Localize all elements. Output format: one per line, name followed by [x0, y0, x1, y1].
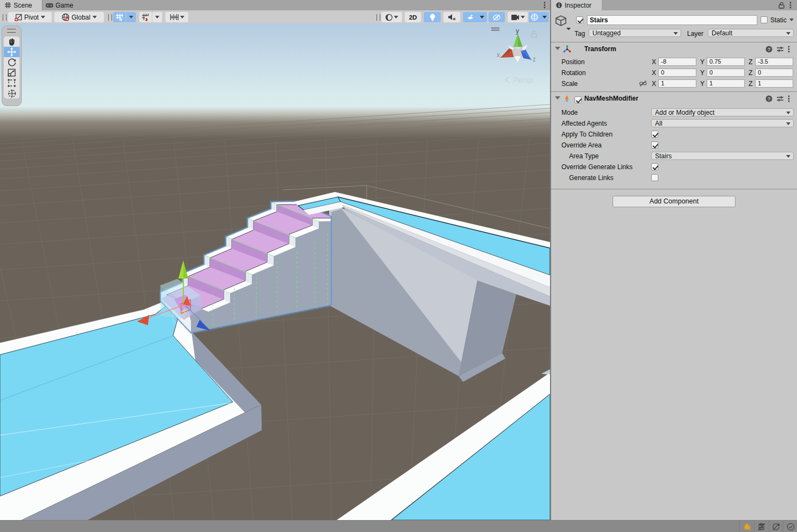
svg-text:Persp: Persp [513, 76, 533, 84]
svg-text:Y: Y [120, 17, 123, 22]
svg-text:x: x [497, 51, 500, 59]
svg-text:z: z [533, 55, 536, 63]
svg-text:?: ? [768, 96, 771, 102]
svg-text:?: ? [768, 47, 771, 52]
svg-text:y: y [516, 27, 519, 35]
